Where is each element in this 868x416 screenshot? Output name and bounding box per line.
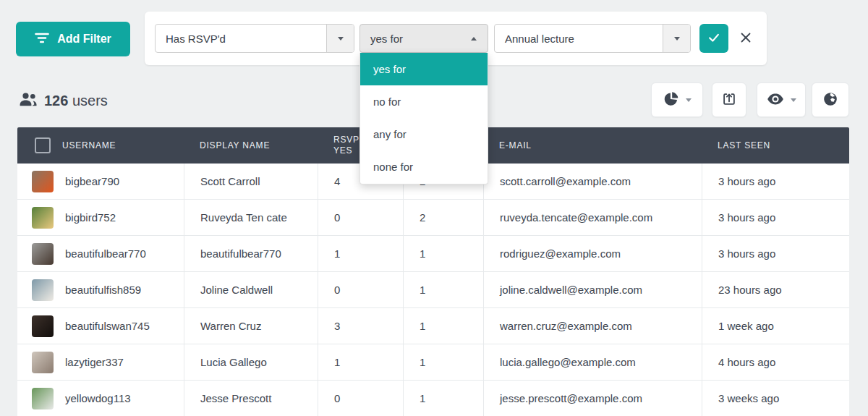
last-seen-cell: 1 week ago xyxy=(702,308,849,344)
email-cell: jesse.prescott@example.com xyxy=(483,381,702,416)
last-seen-cell: 23 hours ago xyxy=(702,272,849,307)
avatar xyxy=(32,171,54,192)
user-count-label: users xyxy=(72,93,108,109)
filter-operator-select[interactable]: yes for xyxy=(359,24,488,53)
globe-button[interactable] xyxy=(812,82,849,117)
username-cell: yellowdog113 xyxy=(17,381,184,416)
chevron-down-icon xyxy=(686,98,692,102)
rsvp-other-value: 1 xyxy=(420,284,425,296)
rsvp-yes-value: 1 xyxy=(334,247,340,260)
rsvp-yes-cell: 0 xyxy=(318,200,403,235)
rsvp-yes-value: 0 xyxy=(334,211,340,224)
email: rodriguez@example.com xyxy=(500,247,621,260)
globe-icon xyxy=(822,91,838,109)
visibility-menu-button[interactable] xyxy=(757,82,806,117)
rsvp-yes-value: 1 xyxy=(334,356,340,368)
username: yellowdog113 xyxy=(65,392,131,404)
filter-field-select[interactable]: Has RSVP'd xyxy=(155,24,354,53)
users-icon xyxy=(19,92,38,109)
export-icon xyxy=(721,91,737,109)
last-seen: 3 weeks ago xyxy=(718,392,779,404)
column-header[interactable]: DISPLAY NAME xyxy=(184,127,318,164)
column-header[interactable]: LAST SEEN xyxy=(702,127,849,164)
last-seen-cell: 4 hours ago xyxy=(702,344,849,380)
display-name: Joline Caldwell xyxy=(200,284,273,296)
chart-menu-button[interactable] xyxy=(651,82,703,117)
chevron-down-icon xyxy=(663,25,690,52)
display-name: Scott Carroll xyxy=(200,175,260,187)
username: beautifulswan745 xyxy=(65,320,150,332)
avatar xyxy=(32,388,54,409)
column-header[interactable]: E-MAIL xyxy=(483,127,702,164)
select-all-checkbox[interactable] xyxy=(35,137,51,153)
username: lazytiger337 xyxy=(65,356,124,368)
last-seen-cell: 3 hours ago xyxy=(702,236,849,271)
avatar xyxy=(32,315,54,337)
table-row[interactable]: lazytiger337 Lucia Gallego 1 1 lucia.gal… xyxy=(17,344,849,381)
dropdown-option[interactable]: no for xyxy=(360,85,488,118)
email: scott.carroll@example.com xyxy=(500,175,631,187)
column-header-label: USERNAME xyxy=(62,140,116,151)
last-seen-cell: 3 weeks ago xyxy=(702,381,849,416)
rsvp-yes-cell: 0 xyxy=(318,381,403,416)
display-name-cell: Warren Cruz xyxy=(184,308,318,344)
display-name: Jesse Prescott xyxy=(200,392,271,404)
username: beautifulfish859 xyxy=(65,284,141,296)
username-cell: lazytiger337 xyxy=(17,344,184,380)
email-cell: scott.carroll@example.com xyxy=(483,164,702,199)
add-filter-label: Add Filter xyxy=(57,33,111,46)
rsvp-other-value: 1 xyxy=(420,320,425,332)
column-header-label: E-MAIL xyxy=(499,140,532,151)
filter-value-select[interactable]: Annual lecture xyxy=(494,24,691,53)
table-row[interactable]: bigbird752 Ruveyda Ten cate 0 2 ruveyda.… xyxy=(17,200,849,236)
last-seen-cell: 3 hours ago xyxy=(702,200,849,235)
display-name-cell: beautifulbear770 xyxy=(184,236,318,271)
email: lucia.gallego@example.com xyxy=(500,356,636,368)
username-cell: beautifulbear770 xyxy=(17,236,184,271)
add-filter-button[interactable]: Add Filter xyxy=(16,22,130,56)
email: ruveyda.tencate@example.com xyxy=(500,211,652,224)
dropdown-option[interactable]: none for xyxy=(360,150,488,183)
table-row[interactable]: yellowdog113 Jesse Prescott 0 1 jesse.pr… xyxy=(17,381,849,416)
check-icon xyxy=(707,30,721,47)
eye-icon xyxy=(767,93,784,108)
remove-filter-button[interactable] xyxy=(736,29,755,48)
username: bigbear790 xyxy=(65,175,119,187)
rsvp-other-cell: 1 xyxy=(403,344,483,380)
display-name: Warren Cruz xyxy=(200,320,261,332)
rsvp-other-cell: 1 xyxy=(403,236,483,271)
rsvp-other-cell: 1 xyxy=(403,308,483,344)
avatar xyxy=(32,279,54,301)
filter-field-value: Has RSVP'd xyxy=(156,33,326,45)
column-header-label: DISPLAY NAME xyxy=(200,140,270,151)
last-seen: 4 hours ago xyxy=(718,356,775,368)
last-seen-cell: 3 hours ago xyxy=(702,164,849,199)
rsvp-yes-cell: 1 xyxy=(318,344,403,380)
email: joline.caldwell@example.com xyxy=(500,284,642,296)
rsvp-other-value: 1 xyxy=(420,247,425,260)
table-row[interactable]: beautifulfish859 Joline Caldwell 0 1 jol… xyxy=(17,272,849,308)
rsvp-other-cell: 1 xyxy=(403,381,483,416)
chevron-down-icon xyxy=(326,25,354,52)
chevron-down-icon xyxy=(791,98,796,102)
table-row[interactable]: beautifulswan745 Warren Cruz 3 1 warren.… xyxy=(17,308,849,344)
rsvp-other-cell: 1 xyxy=(403,272,483,307)
email-cell: lucia.gallego@example.com xyxy=(483,344,702,380)
last-seen: 3 hours ago xyxy=(718,211,775,224)
pie-chart-icon xyxy=(663,91,679,109)
table-row[interactable]: beautifulbear770 beautifulbear770 1 1 ro… xyxy=(17,236,849,272)
dropdown-option[interactable]: yes for xyxy=(360,53,488,85)
display-name-cell: Joline Caldwell xyxy=(184,272,318,307)
export-button[interactable] xyxy=(712,82,746,117)
username-cell: bigbear790 xyxy=(17,164,184,199)
dropdown-option[interactable]: any for xyxy=(360,118,488,150)
column-header[interactable]: USERNAME xyxy=(17,127,184,164)
email-cell: warren.cruz@example.com xyxy=(483,308,702,344)
avatar xyxy=(32,352,54,373)
filter-operator-value: yes for xyxy=(360,33,460,45)
username: beautifulbear770 xyxy=(65,247,146,260)
last-seen: 1 week ago xyxy=(718,320,774,332)
apply-filter-button[interactable] xyxy=(699,24,728,53)
rsvp-yes-value: 0 xyxy=(334,284,340,296)
display-name-cell: Scott Carroll xyxy=(184,164,318,199)
